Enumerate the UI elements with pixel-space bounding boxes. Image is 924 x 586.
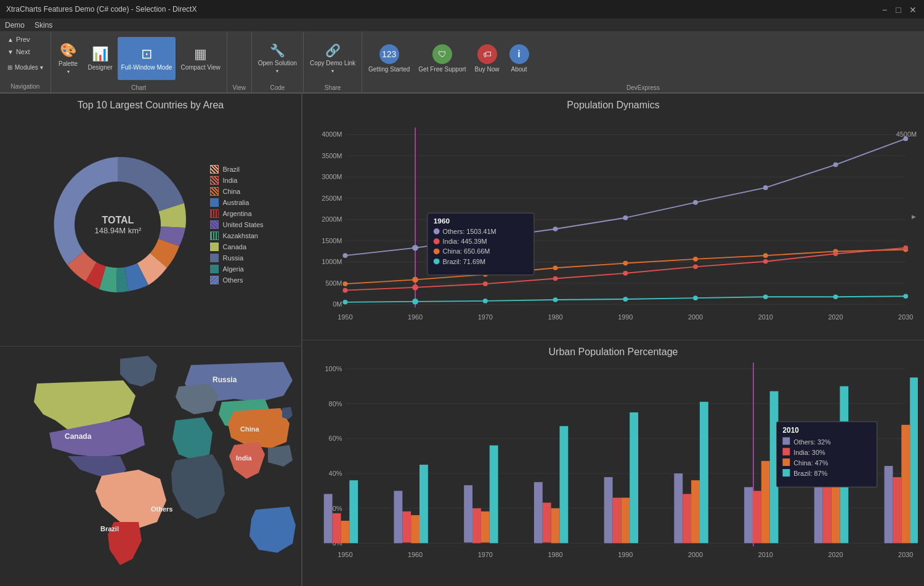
y-label-500m: 500M — [325, 279, 342, 287]
bar-2030-india — [893, 477, 901, 543]
map-europe — [176, 383, 219, 414]
legend-australia: Australia — [210, 198, 263, 207]
legend-color-usa — [210, 220, 219, 229]
urban-y-80: 80% — [329, 400, 342, 407]
gettingstarted-icon: 123 — [379, 44, 399, 64]
map-australia — [249, 507, 296, 553]
prev-arrow-icon: ▲ — [7, 36, 14, 43]
close-button[interactable]: ✕ — [909, 5, 918, 14]
opensolution-button[interactable]: 🔧 Open Solution ▾ — [254, 37, 301, 80]
menu-demo[interactable]: Demo — [5, 21, 25, 30]
urban-x-1970: 1970 — [478, 551, 493, 558]
bar-2010-china — [761, 461, 770, 544]
map-label-india: India — [236, 454, 253, 462]
legend-label-russia: Russia — [222, 254, 243, 262]
modules-button[interactable]: ⊞ Modules ▾ — [5, 63, 46, 72]
gettingstarted-label: Getting Started — [368, 66, 410, 73]
fullwindow-button[interactable]: ⊡ Full-Window Mode — [118, 37, 176, 80]
urban-tt-brazil-label: Brazil: 87% — [793, 470, 827, 477]
legend-label-australia: Australia — [222, 199, 249, 206]
map-label-china: China — [240, 425, 259, 433]
legend-color-russia — [210, 254, 219, 262]
x-label-2020: 2020 — [828, 313, 843, 321]
minimize-button[interactable]: − — [882, 5, 891, 14]
legend-label-india: India — [222, 177, 237, 184]
map-africa-sub — [171, 454, 225, 519]
prev-button[interactable]: ▲ Prev — [5, 34, 46, 44]
gettingstarted-button[interactable]: 123 Getting Started — [365, 37, 413, 80]
buynow-icon: 🏷 — [477, 44, 497, 64]
bar-1950-others — [324, 494, 333, 543]
next-button[interactable]: ▼ Next — [5, 47, 46, 57]
legend-color-algeria — [210, 265, 219, 273]
x-label-1960: 1960 — [408, 313, 423, 321]
india-dot-2030 — [903, 246, 908, 251]
india-dot-1950 — [342, 288, 347, 293]
bar-chart-area: 100% 80% 60% 40% 20% 0% 1950 1960 1970 1… — [309, 363, 918, 574]
legend-kazakhstan: Kazakhstan — [210, 231, 263, 240]
donut-chart-container: Top 10 Largest Countries by Area — [0, 94, 301, 346]
compact-button[interactable]: ▦ Compact View — [177, 37, 224, 80]
bar-1970-china — [481, 512, 490, 543]
copydemolink-icon: 🔗 — [325, 43, 341, 58]
designer-icon: 📊 — [92, 46, 108, 62]
legend-label-algeria: Algeria — [222, 265, 243, 273]
map-greenland — [120, 356, 157, 387]
population-svg: 0M 500M 1000M 1500M 2000M 2500M 3000M 35… — [309, 116, 918, 328]
bar-2010-india — [753, 491, 761, 543]
about-button[interactable]: i About — [505, 37, 534, 80]
map-japan — [282, 407, 293, 419]
others-dot-2020 — [833, 163, 838, 167]
tt-india-label: India: 445.39M — [443, 238, 487, 245]
map-brazil — [95, 470, 166, 528]
legend-color-china — [210, 187, 219, 196]
tt-china-dot — [434, 249, 440, 255]
ribbon-group-view: View — [227, 32, 252, 92]
y-label-1500m: 1500M — [322, 237, 342, 244]
ribbon: ▲ Prev ▼ Next ⊞ Modules ▾ Navigation 🎨 P… — [0, 32, 924, 94]
navigation-group-label: Navigation — [5, 83, 46, 90]
urban-tooltip-title: 2010 — [782, 426, 799, 435]
bar-1980-india — [543, 503, 551, 543]
others-dot-1960 — [412, 245, 418, 251]
getfreesupport-button[interactable]: 🛡 Get Free Support — [415, 37, 469, 80]
copydemolink-button[interactable]: 🔗 Copy Demo Link ▾ — [306, 37, 359, 80]
bar-2010-others — [744, 487, 753, 543]
fullwindow-label: Full-Window Mode — [121, 64, 172, 71]
legend-label-kazakhstan: Kazakhstan — [222, 232, 257, 239]
menubar: Demo Skins — [0, 18, 924, 32]
brazil-dot-1970 — [483, 299, 488, 303]
donut-inner-circle — [75, 182, 161, 268]
bar-1960-china — [411, 515, 419, 544]
devexpress-group-label: DevExpress — [365, 84, 922, 91]
population-chart-area: 0M 500M 1000M 1500M 2000M 2500M 3000M 35… — [309, 116, 918, 328]
fullwindow-icon: ⊡ — [141, 46, 152, 62]
designer-button[interactable]: 📊 Designer — [84, 37, 116, 80]
legend-label-canada: Canada — [222, 243, 246, 251]
tt-brazil-label: Brazil: 71.69M — [443, 258, 486, 265]
palette-icon: 🎨 — [60, 42, 76, 58]
about-icon: i — [509, 44, 529, 64]
india-dot-2020 — [833, 251, 838, 256]
buynow-button[interactable]: 🏷 Buy Now — [471, 37, 503, 80]
bar-1950-china — [341, 521, 349, 543]
y-label-2500m: 2500M — [322, 195, 342, 202]
brazil-dot-2020 — [833, 294, 838, 299]
brazil-dot-1960 — [412, 299, 418, 305]
legend-color-australia — [210, 198, 219, 207]
legend-color-brazil — [210, 165, 219, 174]
bar-1960-india — [402, 512, 411, 543]
india-dot-2010 — [763, 259, 768, 264]
palette-button[interactable]: 🎨 Palette ▾ — [54, 37, 83, 80]
menu-skins[interactable]: Skins — [34, 21, 52, 30]
bar-2000-india — [683, 494, 691, 543]
legend-label-argentina: Argentina — [222, 210, 251, 217]
brazil-dot-2010 — [763, 294, 768, 299]
right-panel: Population Dynamics 0M 500M 1000 — [302, 94, 924, 586]
bar-1990-china — [621, 498, 630, 544]
legend-color-canada — [210, 243, 219, 251]
map-label-brazil: Brazil — [100, 525, 119, 532]
maximize-button[interactable]: □ — [896, 5, 904, 14]
modules-label: Modules ▾ — [15, 64, 43, 71]
urban-chart-container: Urban Population Percentage 100% 80% 60%… — [302, 340, 924, 586]
